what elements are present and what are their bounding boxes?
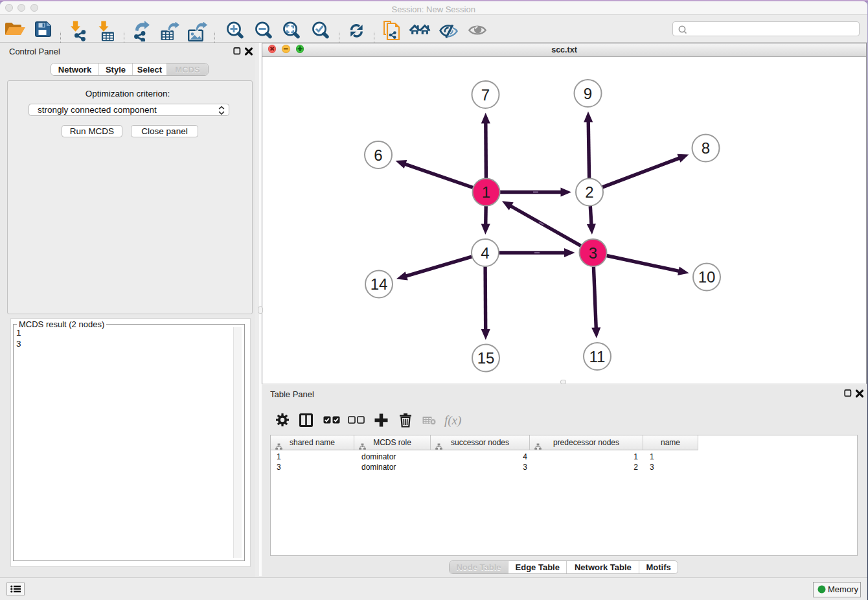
svg-text:8: 8 [702, 139, 710, 157]
svg-text:6: 6 [374, 146, 382, 164]
svg-text:2: 2 [585, 183, 593, 201]
svg-text:1: 1 [482, 183, 490, 201]
svg-text:15: 15 [477, 349, 495, 367]
svg-text:3: 3 [589, 244, 597, 262]
svg-text:14: 14 [371, 275, 388, 293]
svg-text:9: 9 [584, 85, 592, 102]
svg-text:11: 11 [589, 348, 606, 365]
svg-text:7: 7 [481, 86, 490, 104]
svg-text:4: 4 [481, 244, 489, 262]
svg-text:10: 10 [698, 268, 716, 286]
